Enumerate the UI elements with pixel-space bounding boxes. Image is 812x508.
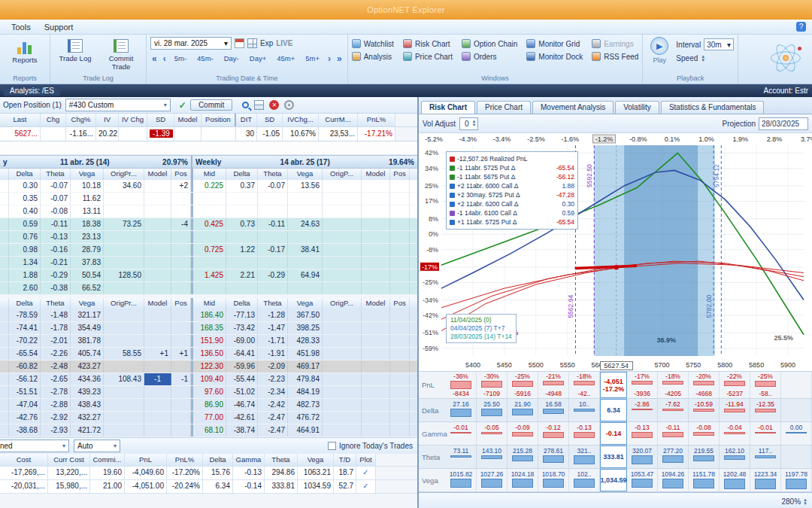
- option-row[interactable]: 2.60-0.3866.52: [0, 282, 417, 295]
- option-cell: [171, 193, 191, 205]
- trading-date-input[interactable]: vi. 28 mar. 2025 ▾: [150, 37, 232, 50]
- option-row[interactable]: 0.76-0.1323.13: [0, 231, 417, 244]
- help-icon[interactable]: ?: [796, 22, 806, 32]
- tab-price-chart[interactable]: Price Chart: [477, 101, 531, 114]
- option-row[interactable]: -56.12-2.65434.36108.43-1-1109.40-55.44-…: [0, 373, 417, 386]
- window-toggle-price-chart[interactable]: Price Chart: [403, 52, 453, 61]
- tab-risk-chart[interactable]: Risk Chart: [421, 101, 475, 114]
- speed-stepper[interactable]: ▲▼: [701, 55, 705, 62]
- window-toggle-watchlist[interactable]: Watchlist: [352, 39, 394, 48]
- option-row[interactable]: -60.82-2.48423.27122.30-59.96-2.09469.17: [0, 360, 417, 373]
- menu-item-support[interactable]: Support: [38, 21, 80, 33]
- tab-volatility[interactable]: Volatility: [615, 101, 659, 114]
- commit-trade-button[interactable]: Commit Trade: [100, 37, 142, 73]
- date-line: 04/04/2025 (7) T+7: [450, 324, 512, 333]
- open-position-label: Open Position (1): [3, 101, 62, 109]
- option-row[interactable]: -70.22-2.01381.78151.90-69.00-1.71428.33: [0, 335, 417, 348]
- option-row[interactable]: 1.88-0.2950.54128.501.4252.21-0.2964.94: [0, 269, 417, 282]
- option-cell: [362, 244, 390, 256]
- plot-checkbox[interactable]: ✓: [356, 480, 376, 493]
- totals-row[interactable]: -20,031,...15,980,...21.00-4,051.00-20.2…: [0, 480, 417, 494]
- sd-badge: -1.39: [150, 129, 173, 138]
- option-row[interactable]: -65.54-2.26405.7458.55+1+1136.50-64.41-1…: [0, 348, 417, 360]
- option-cell: [258, 193, 288, 205]
- option-cell: -65.54: [9, 348, 41, 360]
- option-cell: 423.27: [71, 360, 104, 373]
- nav-back-icon[interactable]: «: [150, 53, 159, 64]
- menu-item-tools[interactable]: Tools: [5, 21, 38, 33]
- search-icon[interactable]: [242, 102, 249, 108]
- window-toggle-analysis[interactable]: Analysis: [352, 52, 394, 61]
- option-cell: 381.78: [71, 335, 104, 347]
- option-row[interactable]: -47.04-2.88438.4386.90-46.74-2.42482.73: [0, 399, 417, 412]
- commit-button[interactable]: Commit: [190, 99, 232, 111]
- option-row[interactable]: -38.68-2.93421.7268.10-38.74-2.47464.91: [0, 424, 417, 437]
- window-toggle-risk-chart[interactable]: Risk Chart: [403, 39, 453, 48]
- option-cell: -1.28: [258, 309, 288, 321]
- expiry-section-2[interactable]: Weekly 14 abr. 25 (17) 19.64%: [192, 156, 417, 168]
- analysis-symbol-tab[interactable]: Analysis: /ES: [4, 86, 60, 96]
- option-cell: [171, 309, 191, 321]
- option-row[interactable]: -42.76-2.92432.2777.00-42.61-2.47476.72: [0, 412, 417, 424]
- time-btn-45m[interactable]: 45m-: [193, 53, 217, 64]
- combine-mode-select[interactable]: Combined ▾: [0, 440, 69, 452]
- play-button[interactable]: ▶: [650, 37, 668, 55]
- time-btn-5m[interactable]: 5m+: [301, 53, 323, 64]
- window-toggle-monitor-dock[interactable]: Monitor Dock: [526, 52, 583, 61]
- window-toggle-rss-feed[interactable]: RSS Feed: [592, 52, 638, 61]
- ignore-trades-checkbox[interactable]: [328, 442, 336, 450]
- spinner-arrows-icon[interactable]: ▲▼: [471, 120, 476, 127]
- option-cell: [144, 257, 171, 269]
- greek-bar: [693, 432, 714, 436]
- window-toggle-orders[interactable]: Orders: [462, 52, 517, 61]
- totals-header-pnl: PnL%: [167, 454, 203, 466]
- nav-forward-icon[interactable]: ›: [326, 53, 332, 64]
- trade-log-button[interactable]: Trade Log: [54, 37, 96, 65]
- option-cell: -1.91: [258, 348, 288, 360]
- time-btn-day[interactable]: Day-: [220, 53, 243, 64]
- time-btn-45m[interactable]: 45m+: [273, 53, 298, 64]
- titlebar: OptionNET Explorer: [0, 0, 812, 20]
- group-label-datetime: Trading Date & Time: [150, 74, 344, 84]
- option-row[interactable]: -74.41-1.78354.49168.35-73.42-1.47398.25: [0, 322, 417, 335]
- option-cell: [144, 309, 171, 321]
- expiry-section-1[interactable]: y 11 abr. 25 (14) 20.97%: [0, 156, 192, 168]
- time-btn-day[interactable]: Day+: [246, 53, 270, 64]
- tab-statistics-fundamentals[interactable]: Statistics & Fundamentals: [661, 101, 765, 114]
- zoom-stepper[interactable]: ▲▼: [803, 498, 807, 506]
- option-row[interactable]: 0.35-0.0711.62: [0, 193, 417, 205]
- totals-row[interactable]: -17,269,...13,220,...19.60-4,049.60-17.2…: [0, 467, 417, 480]
- time-btn-5m[interactable]: 5m-: [171, 53, 190, 64]
- option-row[interactable]: 0.40-0.0813.11: [0, 205, 417, 218]
- calendar-icon[interactable]: [235, 38, 244, 48]
- greek-center-value: 1,034.59: [600, 469, 627, 491]
- plot-checkbox[interactable]: ✓: [356, 467, 376, 479]
- tab-movement-analysis[interactable]: Movement Analysis: [532, 101, 614, 114]
- summary-value: [174, 127, 201, 141]
- option-row[interactable]: -51.51-2.78439.2397.60-51.02-2.34484.19: [0, 386, 417, 399]
- interval-select[interactable]: 30m ▾: [704, 38, 734, 50]
- nav-forward-icon[interactable]: »: [335, 53, 344, 64]
- grid-icon[interactable]: [254, 100, 264, 110]
- reports-button[interactable]: Reports: [4, 37, 46, 66]
- option-row[interactable]: 1.34-0.2137.83: [0, 257, 417, 269]
- strategy-select[interactable]: #430 Custom ▾: [65, 99, 171, 111]
- auto-select[interactable]: Auto ▾: [74, 440, 120, 452]
- nav-back-icon[interactable]: ‹: [162, 53, 168, 64]
- option-row[interactable]: 0.59-0.1118.3873.25-40.4250.73-0.1124.63: [0, 218, 417, 231]
- option-row[interactable]: 0.30-0.0710.1834.60+20.2250.37-0.0713.56: [0, 180, 417, 193]
- option-cell: [362, 399, 390, 411]
- window-toggle-monitor-grid[interactable]: Monitor Grid: [526, 39, 583, 48]
- window-toggle-option-chain[interactable]: Option Chain: [462, 39, 517, 48]
- vol-adjust-stepper[interactable]: 0 ▲▼: [459, 117, 479, 130]
- expiry-2-iv: 19.64%: [389, 158, 414, 166]
- projection-date-input[interactable]: 28/03/2025: [759, 117, 808, 130]
- option-row[interactable]: -78.59-1.48321.17186.40-77.13-1.28367.50: [0, 309, 417, 322]
- expiry-grid-icon[interactable]: [247, 38, 257, 48]
- option-row[interactable]: 0.98-0.1628.790.7251.22-0.1738.41: [0, 244, 417, 257]
- totals-header-vega: Vega: [298, 454, 334, 466]
- gear-icon[interactable]: [284, 100, 294, 110]
- risk-chart[interactable]: 42%34%25%17%8%0%-8%-17%-25%-34%-42%-51%-…: [419, 133, 812, 360]
- summary-header-chg: Chg%: [66, 114, 96, 126]
- close-icon[interactable]: ×: [269, 100, 279, 110]
